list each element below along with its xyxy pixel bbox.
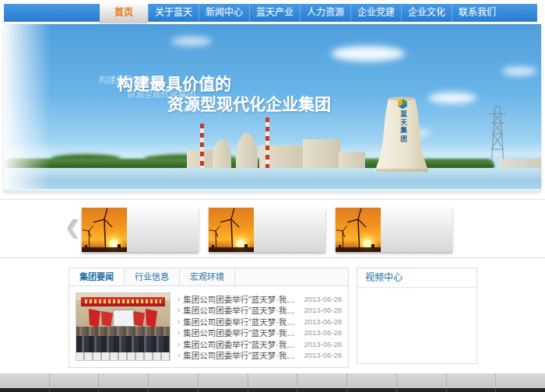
photo-audience: [76, 336, 170, 353]
news-date: 2013-06-28: [304, 295, 342, 303]
news-date: 2013-06-28: [304, 317, 342, 326]
news-date: 2013-06-28: [304, 306, 342, 314]
transmission-tower: [487, 103, 508, 165]
news-body: › 集团公司团委举行“蓝天梦·我的梦”主题演讲比赛 2013-06-28 › 集…: [69, 286, 348, 367]
footer-link-cell[interactable]: [199, 373, 248, 388]
carousel-card[interactable]: [82, 208, 199, 252]
news-date: 2013-06-28: [304, 340, 342, 348]
news-title: 集团公司团委举行“蓝天梦·我的梦”主题演讲比赛: [183, 304, 299, 316]
video-panel: 视频中心: [357, 268, 477, 364]
cloud-shape: [428, 93, 476, 103]
cloud-shape: [331, 46, 405, 61]
news-list: › 集团公司团委举行“蓝天梦·我的梦”主题演讲比赛 2013-06-28 › 集…: [178, 292, 342, 361]
news-row[interactable]: › 集团公司团委举行“蓝天梦·我的梦”主题演讲比赛 2013-06-28: [178, 293, 342, 305]
nav-item-label: 人力资源: [307, 7, 344, 18]
news-tab[interactable]: 集团要闻: [69, 268, 125, 285]
plant-building: [339, 152, 365, 169]
footer-link-cell[interactable]: [447, 373, 497, 388]
nav-item[interactable]: 联系我们: [452, 4, 502, 22]
nav-item-label: 企业文化: [408, 7, 445, 18]
carousel-card-caption: [381, 208, 452, 252]
nav-item[interactable]: 首页: [100, 2, 148, 23]
shoreline: [4, 189, 541, 191]
footer-dark-cell: [496, 388, 545, 392]
footer-link-cell[interactable]: [397, 373, 447, 388]
footer-link-cell[interactable]: [149, 373, 199, 388]
containment-dome: [213, 139, 231, 169]
news-photo-conference[interactable]: [76, 292, 171, 361]
top-navigation: 首页 关于蓝天 新闻中心 蓝天产业 人力资源 企业党建 企业文化 联系我们: [4, 4, 537, 22]
footer-link-cell[interactable]: [347, 373, 397, 388]
footer-link-cell[interactable]: [496, 373, 545, 388]
footer-dark-cell: [149, 388, 199, 392]
news-title: 集团公司团委举行“蓝天梦·我的梦”主题演讲比赛: [183, 338, 299, 350]
news-row[interactable]: › 集团公司团委举行“蓝天梦·我的梦”主题演讲比赛 2013-06-28: [178, 350, 342, 362]
footer-link-cell[interactable]: [99, 373, 149, 388]
news-title: 集团公司团委举行“蓝天梦·我的梦”主题演讲比赛: [183, 349, 299, 361]
news-row[interactable]: › 集团公司团委举行“蓝天梦·我的梦”主题演讲比赛 2013-06-28: [178, 327, 342, 339]
bullet-arrow-icon: ›: [178, 295, 180, 303]
photo-flag: [101, 311, 113, 327]
carousel-card-caption: [127, 208, 199, 252]
nav-item-label: 联系我们: [459, 7, 496, 18]
nav-item[interactable]: 企业党建: [350, 4, 401, 22]
photo-projector-screen: [113, 310, 135, 327]
nav-list: 首页 关于蓝天 新闻中心 蓝天产业 人力资源 企业党建 企业文化 联系我们: [100, 4, 537, 22]
carousel-card[interactable]: [209, 208, 325, 252]
carousel-cards: [82, 208, 452, 252]
nav-item-label: 关于蓝天: [155, 7, 192, 18]
page: 首页 关于蓝天 新闻中心 蓝天产业 人力资源 企业党建 企业文化 联系我们: [0, 0, 545, 392]
news-tab[interactable]: 宏观环境: [180, 268, 235, 285]
photo-flag: [89, 309, 100, 327]
bullet-arrow-icon: ›: [178, 340, 180, 348]
photo-red-banner: [81, 297, 165, 306]
nav-item[interactable]: 新闻中心: [199, 4, 249, 22]
footer-link-cell[interactable]: [0, 373, 50, 388]
tower-brand: 蓝天集团: [392, 99, 413, 143]
carousel-card[interactable]: [336, 208, 452, 252]
footer-dark-cell: [248, 388, 298, 392]
nav-item-label: 企业党建: [357, 7, 395, 18]
banner-left-fade: [4, 24, 51, 191]
banner-slogan: 构建最具价值的 资源型现代化集团 构建最具价值的 资源型现代化企业集团: [99, 71, 364, 125]
lake-water: [4, 168, 541, 191]
news-panel: 集团要闻行业信息宏观环境 › 集团公司团委举行“: [69, 268, 349, 368]
nav-item[interactable]: 关于蓝天: [148, 4, 199, 22]
footer-dark-cell: [0, 388, 50, 392]
photo-flag: [133, 311, 145, 327]
photo-banner-text: [85, 299, 161, 303]
thumbnail-carousel: ❮: [0, 199, 545, 258]
footer-link-cell[interactable]: [297, 373, 347, 388]
news-tab[interactable]: 行业信息: [125, 268, 180, 285]
news-title: 集团公司团委举行“蓝天梦·我的梦”主题演讲比赛: [183, 293, 299, 305]
cloud-shape: [502, 67, 536, 75]
carousel-prev-button[interactable]: ❮: [65, 217, 81, 239]
nav-item[interactable]: 人力资源: [300, 4, 350, 22]
footer-link-cell[interactable]: [248, 373, 298, 388]
news-title: 集团公司团委举行“蓝天梦·我的梦”主题演讲比赛: [183, 316, 299, 327]
bullet-arrow-icon: ›: [178, 306, 180, 314]
containment-dome: [236, 133, 258, 169]
nav-item[interactable]: 企业文化: [401, 4, 452, 22]
wind-turbine-sunset-image: [336, 208, 381, 252]
striped-chimney: [200, 124, 204, 169]
news-date: 2013-06-28: [304, 351, 342, 359]
news-title: 集团公司团委举行“蓝天梦·我的梦”主题演讲比赛: [183, 327, 299, 338]
nav-item[interactable]: 蓝天产业: [249, 4, 300, 22]
news-row[interactable]: › 集团公司团委举行“蓝天梦·我的梦”主题演讲比赛 2013-06-28: [178, 305, 342, 317]
hero-banner: 蓝天集团 构建最具价值的 资源型现代化集团 构建最具价值的 资源型现代化企业集团: [4, 24, 541, 191]
footer-link-cell[interactable]: [50, 373, 100, 388]
wind-turbine-sunset-image: [82, 208, 127, 252]
footer-dark-cell: [50, 388, 100, 392]
bullet-arrow-icon: ›: [178, 317, 180, 326]
tower-company-name: 蓝天集团: [399, 110, 406, 143]
footer-dark-cell: [347, 388, 397, 392]
footer-dark-cell: [447, 388, 497, 392]
bullet-arrow-icon: ›: [178, 351, 180, 359]
news-row[interactable]: › 集团公司团委举行“蓝天梦·我的梦”主题演讲比赛 2013-06-28: [178, 338, 342, 350]
footer-dark-cell: [99, 388, 149, 392]
nav-item-label: 首页: [114, 7, 133, 18]
photo-flag: [146, 309, 157, 327]
news-date: 2013-06-28: [304, 328, 342, 337]
news-row[interactable]: › 集团公司团委举行“蓝天梦·我的梦”主题演讲比赛 2013-06-28: [178, 316, 342, 327]
